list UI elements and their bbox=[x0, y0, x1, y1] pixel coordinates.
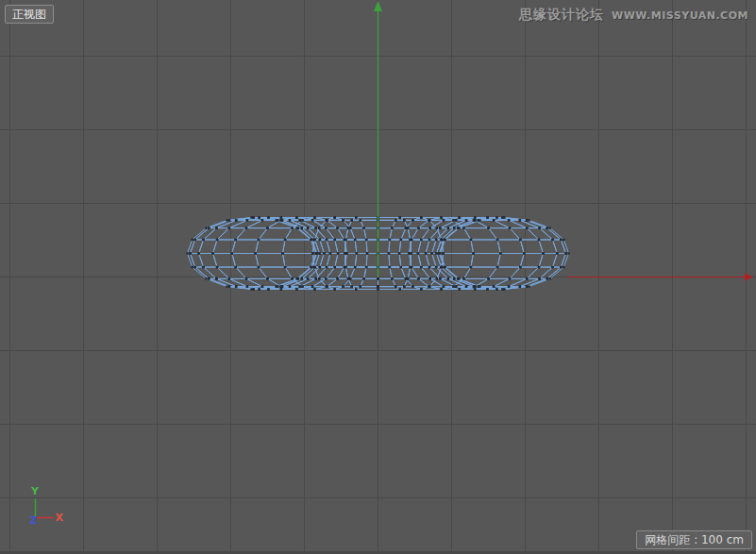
watermark-site-url: WWW.MISSYUAN.COM bbox=[612, 9, 748, 22]
watermark: 思缘设计论坛 WWW.MISSYUAN.COM bbox=[519, 7, 748, 24]
gizmo-x-label: X bbox=[56, 512, 64, 524]
x-axis-arrow-icon bbox=[745, 274, 753, 281]
x-axis bbox=[567, 274, 753, 281]
y-axis bbox=[374, 1, 382, 277]
gizmo-z-label: Z bbox=[30, 514, 38, 527]
y-axis-arrow-icon bbox=[374, 1, 382, 11]
watermark-site-name: 思缘设计论坛 bbox=[519, 7, 604, 24]
gizmo-y-label: Y bbox=[30, 485, 40, 497]
grid-spacing-status: 网格间距 : 100 cm bbox=[636, 530, 752, 549]
axis-gizmo: YXZ bbox=[30, 485, 64, 527]
viewport-canvas[interactable]: YXZ bbox=[0, 0, 756, 554]
view-label[interactable]: 正视图 bbox=[5, 5, 54, 24]
viewport[interactable]: YXZ 正视图 思缘设计论坛 WWW.MISSYUAN.COM 网格间距 : 1… bbox=[0, 0, 756, 554]
